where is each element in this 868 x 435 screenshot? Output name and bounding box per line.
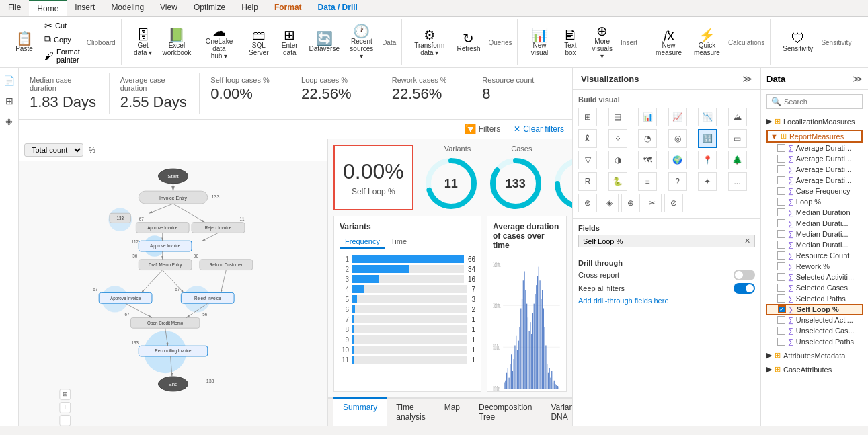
- refresh-button[interactable]: ↻ Refresh: [452, 30, 484, 54]
- viz-column-icon[interactable]: 📈: [668, 108, 687, 126]
- variant-tab-time[interactable]: Time: [385, 235, 412, 249]
- add-drillthrough-label[interactable]: Add drill-through fields here: [578, 296, 755, 305]
- tree-checkbox[interactable]: [777, 251, 785, 260]
- viz-donut-icon[interactable]: ◎: [668, 129, 687, 148]
- dataverse-button[interactable]: 🔄 Dataverse: [307, 30, 342, 54]
- sidebar-expand-button[interactable]: ≫: [742, 73, 752, 84]
- tree-checkbox[interactable]: [777, 316, 785, 324]
- tree-item[interactable]: ∑ Median Duration: [766, 207, 863, 218]
- report-icon[interactable]: 📄: [2, 73, 17, 88]
- enter-data-button[interactable]: ⊞ Enterdata: [276, 27, 303, 58]
- tree-checkbox[interactable]: [777, 262, 785, 270]
- viz-filled-map-icon[interactable]: 🌍: [668, 151, 687, 169]
- viz-funnel-icon[interactable]: ▽: [578, 151, 597, 169]
- tab-summary[interactable]: Summary: [333, 397, 387, 426]
- sensitivity-button[interactable]: 🛡 Sensitivity: [779, 30, 817, 54]
- excel-button[interactable]: 📗 Excelworkbook: [161, 27, 194, 58]
- tree-item[interactable]: ∑ Unselected Acti...: [766, 315, 863, 325]
- tree-checkbox[interactable]: [777, 198, 785, 206]
- process-map-canvas[interactable]: Start Invoice Entry 133 133: [19, 161, 327, 426]
- tree-checkbox[interactable]: [777, 187, 785, 195]
- tree-checkbox[interactable]: [777, 155, 785, 163]
- copy-button[interactable]: ⧉ Copy: [42, 33, 83, 46]
- tab-view[interactable]: View: [152, 0, 186, 16]
- viz-table-icon[interactable]: ⊞: [578, 108, 597, 126]
- viz-qna-icon[interactable]: ?: [668, 172, 687, 191]
- tab-help[interactable]: Help: [233, 0, 266, 16]
- viz-kpi-icon[interactable]: 🔢: [698, 129, 717, 148]
- viz-ribbon-icon[interactable]: 🎗: [578, 129, 597, 148]
- tree-case-header[interactable]: ▶ ⊞ CaseAttributes: [766, 364, 863, 375]
- viz-build-5[interactable]: ⊘: [664, 194, 683, 212]
- tab-home[interactable]: Home: [29, 0, 67, 16]
- tree-item[interactable]: ∑ Average Durati...: [766, 153, 863, 164]
- tree-checkbox[interactable]: [777, 219, 785, 227]
- viz-more-icon[interactable]: ...: [728, 172, 747, 191]
- cross-report-toggle[interactable]: [734, 270, 755, 280]
- new-visual-button[interactable]: 📊 Newvisual: [526, 27, 553, 58]
- keep-filters-toggle[interactable]: [734, 283, 755, 294]
- tree-checkbox[interactable]: [777, 230, 785, 238]
- publish-button[interactable]: 🔼 Publish: [865, 30, 868, 54]
- variant-row[interactable]: 9 1: [340, 335, 475, 344]
- variants-circle[interactable]: 11: [424, 157, 478, 210]
- viz-map-icon[interactable]: 🗺: [638, 151, 657, 169]
- tab-insert[interactable]: Insert: [67, 0, 103, 16]
- viz-azure-map-icon[interactable]: 📍: [698, 151, 717, 169]
- variant-row[interactable]: 2 34: [340, 265, 475, 273]
- tree-item[interactable]: ∑ Median Durati...: [766, 218, 863, 229]
- get-data-button[interactable]: 🗄 Getdata ▾: [130, 27, 157, 58]
- tab-file[interactable]: File: [0, 0, 29, 16]
- variant-row[interactable]: 7 1: [340, 315, 475, 323]
- tree-item[interactable]: ∑ Average Durati...: [766, 175, 863, 186]
- self-loop-box[interactable]: 0.00% Self Loop %: [333, 145, 413, 210]
- quick-measure-button[interactable]: ⚡ Quickmeasure: [690, 27, 724, 58]
- tree-checkbox[interactable]: [777, 327, 785, 335]
- viz-scatter-icon[interactable]: ⁘: [608, 129, 627, 148]
- tree-checkbox[interactable]: [777, 208, 785, 216]
- new-measure-button[interactable]: 𝑓x Newmeasure: [652, 27, 686, 58]
- variant-row[interactable]: 8 1: [340, 325, 475, 333]
- tab-optimize[interactable]: Optimize: [186, 0, 233, 16]
- tree-item[interactable]: ∑ Case Frequency: [766, 186, 863, 196]
- tab-modeling[interactable]: Modeling: [103, 0, 152, 16]
- format-painter-button[interactable]: 🖌 Format painter: [42, 47, 83, 65]
- search-input[interactable]: [784, 97, 858, 106]
- tree-item[interactable]: ∑ Selected Cases: [766, 282, 863, 293]
- tree-checkbox[interactable]: [777, 273, 785, 281]
- tree-report-header[interactable]: ▼ ⊞ ReportMeasures: [766, 130, 863, 143]
- viz-smart-icon[interactable]: ✦: [698, 172, 717, 191]
- transform-button[interactable]: ⚙ Transformdata ▾: [410, 27, 448, 58]
- tab-variant-dna[interactable]: Variant DNA: [541, 397, 572, 426]
- viz-decomp-icon[interactable]: R: [578, 172, 597, 191]
- viz-build-2[interactable]: ◈: [600, 194, 619, 212]
- tree-attributes-header[interactable]: ▶ ⊞ AttributesMetadata: [766, 350, 863, 361]
- tab-map[interactable]: Map: [435, 397, 469, 426]
- field-tag-remove[interactable]: ✕: [744, 237, 750, 245]
- tree-checkbox[interactable]: [777, 294, 785, 303]
- viz-matrix-icon[interactable]: ▤: [608, 108, 627, 126]
- viz-line-icon[interactable]: 📉: [698, 108, 717, 126]
- more-visuals-button[interactable]: ⊕ Morevisuals ▾: [588, 23, 617, 61]
- tree-checkbox[interactable]: [777, 241, 785, 249]
- tree-item[interactable]: ∑ Average Durati...: [766, 164, 863, 175]
- variant-row[interactable]: 6 2: [340, 305, 475, 313]
- viz-build-1[interactable]: ⊛: [578, 194, 597, 212]
- tree-checkbox[interactable]: [777, 338, 785, 346]
- viz-card-icon[interactable]: ▭: [728, 129, 747, 148]
- tree-item[interactable]: ∑ Selected Activiti...: [766, 272, 863, 282]
- variant-tab-frequency[interactable]: Frequency: [340, 235, 385, 249]
- onelake-button[interactable]: ☁ OneLake datahub ▾: [197, 23, 241, 61]
- tree-item[interactable]: ∑ Median Durati...: [766, 229, 863, 239]
- tree-item[interactable]: ∑ Resource Count: [766, 250, 863, 261]
- tree-checkbox[interactable]: [777, 284, 785, 292]
- activities-circle[interactable]: 13: [553, 157, 572, 210]
- model-icon[interactable]: ◈: [2, 114, 17, 128]
- field-tag[interactable]: Self Loop % ✕: [578, 235, 755, 247]
- viz-bar-icon[interactable]: 📊: [638, 108, 657, 126]
- tree-item[interactable]: ✓ ∑ Self Loop %: [766, 304, 863, 315]
- variant-row[interactable]: 5 3: [340, 295, 475, 303]
- tree-checkbox[interactable]: ✓: [778, 305, 786, 313]
- viz-slicer-icon[interactable]: ≡: [638, 172, 657, 191]
- variant-row[interactable]: 11 1: [340, 356, 475, 364]
